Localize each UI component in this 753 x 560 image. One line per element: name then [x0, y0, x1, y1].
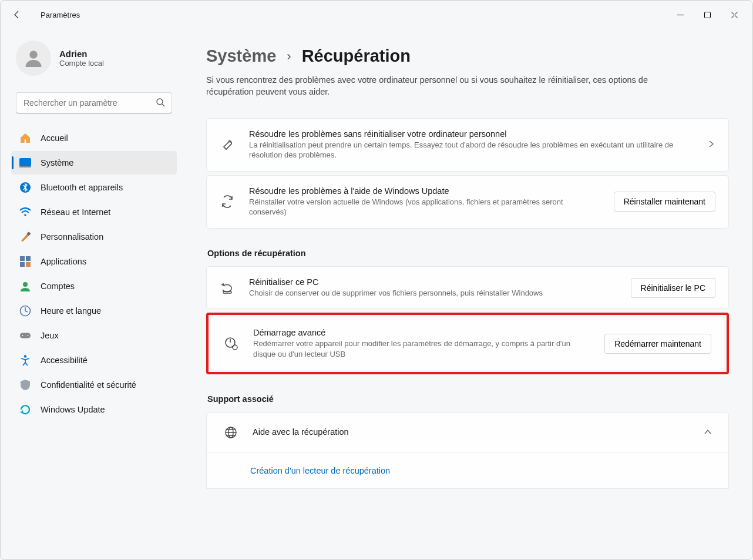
avatar [16, 41, 51, 76]
sync-icon [220, 195, 235, 209]
nav-label: Bluetooth et appareils [41, 183, 123, 192]
nav-accounts[interactable]: Comptes [11, 274, 177, 298]
card-title: Démarrage avancé [253, 328, 590, 337]
svg-rect-1 [704, 12, 710, 18]
card-title: Aide avec la récupération [253, 427, 690, 437]
nav-label: Windows Update [41, 405, 105, 414]
card-title: Réinitialiser ce PC [249, 277, 617, 287]
update-icon [19, 404, 31, 415]
chevron-up-icon [704, 428, 712, 438]
nav-personalization[interactable]: Personnalisation [11, 225, 177, 249]
help-recovery-toggle[interactable]: Aide avec la récupération [207, 413, 728, 452]
app-title: Paramètres [41, 11, 80, 19]
nav-accessibility[interactable]: Accessibilité [11, 348, 177, 372]
nav-label: Applications [41, 257, 86, 266]
nav-label: Réseau et Internet [41, 207, 110, 217]
nav-privacy[interactable]: Confidentialité et sécurité [11, 373, 177, 397]
nav-network[interactable]: Réseau et Internet [11, 200, 177, 224]
breadcrumb-current: Récupération [302, 46, 411, 66]
profile-name: Adrien [59, 49, 104, 59]
nav-label: Jeux [41, 331, 59, 340]
card-desc: Redémarrer votre appareil pour modifier … [253, 338, 590, 359]
svg-point-16 [23, 282, 28, 287]
intro-text: Si vous rencontrez des problèmes avec vo… [206, 74, 688, 98]
support-card: Aide avec la récupération Création d'un … [206, 412, 729, 489]
chevron-right-icon: › [287, 49, 291, 64]
svg-rect-23 [223, 291, 231, 293]
reset-pc-card: Réinitialiser ce PC Choisir de conserver… [206, 266, 729, 310]
nav-label: Accueil [41, 133, 68, 143]
nav-windows-update[interactable]: Windows Update [11, 398, 177, 421]
svg-point-22 [230, 141, 231, 142]
nav-label: Accessibilité [41, 356, 88, 365]
minimize-button[interactable] [667, 5, 694, 24]
recovery-options-heading: Options de récupération [207, 249, 729, 258]
nav-label: Comptes [41, 281, 75, 291]
close-button[interactable] [721, 5, 748, 24]
clock-globe-icon [19, 305, 31, 317]
create-recovery-drive-link[interactable]: Création d'un lecteur de récupération [250, 466, 390, 475]
svg-line-6 [162, 104, 164, 106]
back-button[interactable] [5, 3, 29, 26]
shield-icon [19, 379, 31, 391]
profile-subtitle: Compte local [59, 59, 104, 68]
svg-point-21 [24, 355, 26, 357]
accessibility-icon [19, 354, 31, 366]
svg-point-5 [157, 99, 163, 105]
brush-icon [19, 231, 31, 243]
reinstall-now-button[interactable]: Réinstaller maintenant [614, 192, 715, 212]
gamepad-icon [19, 330, 31, 341]
related-support-heading: Support associé [207, 394, 729, 404]
breadcrumb-parent[interactable]: Système [206, 46, 276, 66]
svg-point-19 [22, 335, 23, 336]
advanced-startup-card: Démarrage avancé Redémarrer votre appare… [211, 317, 724, 370]
maximize-button[interactable] [694, 5, 721, 24]
nav-label: Heure et langue [41, 306, 101, 316]
svg-point-10 [24, 214, 26, 216]
sidebar: Adrien Compte local Accueil Système [1, 29, 183, 559]
nav-gaming[interactable]: Jeux [11, 324, 177, 347]
profile-block[interactable]: Adrien Compte local [11, 41, 177, 76]
svg-point-20 [28, 335, 29, 336]
nav-label: Confidentialité et sécurité [41, 380, 136, 390]
main-content: Système › Récupération Si vous rencontre… [183, 29, 752, 559]
card-title: Résoudre les problèmes à l'aide de Windo… [249, 186, 600, 196]
nav-apps[interactable]: Applications [11, 250, 177, 273]
nav-system[interactable]: Système [11, 151, 177, 175]
search-icon [156, 98, 165, 109]
nav-bluetooth[interactable]: Bluetooth et appareils [11, 176, 177, 199]
svg-rect-12 [20, 256, 25, 261]
card-desc: Choisir de conserver ou de supprimer vos… [249, 288, 617, 299]
chevron-right-icon [707, 140, 715, 150]
svg-point-4 [29, 51, 38, 59]
apps-icon [19, 256, 31, 267]
reset-pc-button[interactable]: Réinitialiser le PC [631, 278, 715, 298]
nav-label: Personnalisation [41, 232, 103, 242]
card-desc: Réinstaller votre version actuelle de Wi… [249, 197, 600, 217]
advanced-startup-highlight: Démarrage avancé Redémarrer votre appare… [206, 313, 729, 374]
nav-time-language[interactable]: Heure et langue [11, 299, 177, 323]
svg-rect-15 [26, 262, 31, 267]
svg-rect-14 [20, 262, 25, 267]
search-input[interactable] [16, 92, 172, 113]
breadcrumb: Système › Récupération [206, 46, 729, 66]
home-icon [19, 132, 31, 144]
nav-label: Système [41, 158, 73, 167]
svg-rect-7 [19, 158, 31, 166]
troubleshoot-card[interactable]: Résoudre les problèmes sans réinitialise… [206, 118, 729, 172]
system-icon [19, 157, 31, 169]
wifi-icon [19, 206, 31, 218]
wrench-icon [220, 138, 235, 152]
bluetooth-icon [19, 182, 31, 193]
titlebar: Paramètres [1, 1, 752, 29]
svg-rect-18 [20, 333, 31, 338]
svg-rect-8 [19, 166, 31, 167]
globe-icon [223, 425, 238, 440]
nav-home[interactable]: Accueil [11, 126, 177, 150]
reset-icon [220, 281, 235, 294]
account-icon [19, 280, 31, 292]
restart-now-button[interactable]: Redémarrer maintenant [604, 334, 711, 354]
svg-rect-13 [26, 256, 31, 261]
power-gear-icon [224, 336, 239, 351]
card-desc: La réinitialisation peut prendre un cert… [249, 140, 693, 160]
